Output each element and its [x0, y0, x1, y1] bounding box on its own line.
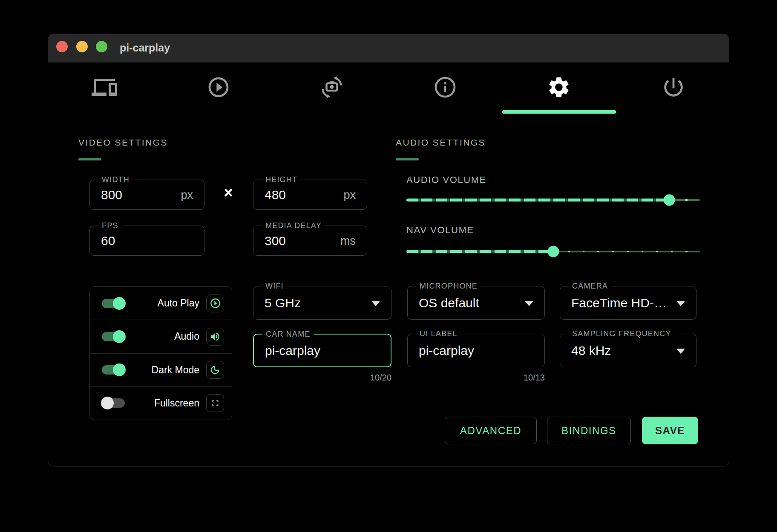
dark-mode-toggle[interactable] [101, 363, 126, 376]
ui-label-input[interactable]: UI LABEL pi-carplay [407, 334, 545, 367]
power-icon [661, 75, 686, 100]
tab-info[interactable] [432, 74, 458, 100]
ui-label-char-counter: 10/13 [524, 373, 545, 383]
audio-toggle[interactable] [101, 330, 126, 343]
app-window: pi-carplay [48, 34, 729, 466]
fullscreen-icon [210, 398, 221, 409]
media-delay-field[interactable]: MEDIA DELAY 300 ms [253, 226, 367, 256]
fps-field[interactable]: FPS 60 [89, 226, 204, 256]
car-name-input-label: CAR NAME [262, 330, 314, 339]
close-window-button[interactable] [56, 41, 68, 52]
audio-settings-header: AUDIO SETTINGS [396, 137, 486, 148]
dark-mode-row: Dark Mode [90, 353, 232, 386]
audio-icon-button[interactable] [206, 328, 224, 346]
tab-settings[interactable] [546, 74, 572, 100]
audio-volume-thumb[interactable] [663, 194, 675, 206]
nav-volume-track-active [406, 250, 553, 253]
chevron-down-icon [525, 301, 533, 306]
audio-volume-label: AUDIO VOLUME [406, 174, 486, 186]
save-button[interactable]: SAVE [642, 417, 698, 444]
screen: pi-carplay [0, 0, 777, 532]
tab-power[interactable] [661, 74, 686, 100]
info-icon [433, 75, 458, 100]
width-field-value: 800 [101, 188, 122, 202]
minimize-window-button[interactable] [76, 41, 88, 52]
dark-mode-icon-button[interactable] [206, 361, 224, 379]
width-field-label: WIDTH [98, 175, 133, 184]
tab-flip-camera[interactable] [319, 74, 345, 100]
height-field-unit: px [343, 188, 356, 201]
auto-play-toggle[interactable] [101, 297, 126, 310]
fullscreen-label: Fullscreen [126, 398, 206, 409]
fullscreen-icon-button[interactable] [206, 394, 224, 412]
camera-select[interactable]: CAMERA FaceTime HD-… [560, 286, 696, 320]
car-name-char-counter: 10/20 [370, 373, 391, 383]
fps-field-label: FPS [98, 221, 122, 230]
audio-row: Audio [90, 320, 232, 353]
ui-label-input-label: UI LABEL [416, 329, 461, 338]
camera-select-value: FaceTime HD-… [571, 296, 667, 310]
width-field-unit: px [181, 188, 193, 201]
auto-play-icon-button[interactable] [206, 295, 224, 312]
tab-devices[interactable] [92, 74, 117, 100]
chevron-down-icon [676, 349, 685, 354]
auto-play-label: Auto Play [126, 297, 206, 309]
nav-volume-thumb[interactable] [547, 246, 559, 257]
play-circle-icon [210, 297, 221, 309]
height-field-value: 480 [265, 188, 286, 202]
sampling-frequency-select[interactable]: SAMPLING FREQUENCY 48 kHz [560, 334, 696, 367]
height-field-label: HEIGHT [262, 175, 301, 184]
wifi-select-label: WIFI [262, 282, 287, 291]
advanced-button[interactable]: ADVANCED [445, 417, 537, 444]
flip-camera-icon [319, 74, 345, 100]
video-settings-header: VIDEO SETTINGS [78, 137, 168, 148]
active-tab-indicator [502, 110, 616, 114]
auto-play-row: Auto Play [90, 287, 232, 320]
media-delay-field-value: 300 [265, 234, 286, 248]
microphone-select-label: MICROPHONE [416, 282, 481, 291]
devices-icon [92, 74, 117, 100]
sampling-frequency-select-value: 48 kHz [571, 343, 611, 358]
audio-volume-track-active [406, 198, 669, 201]
microphone-select-value: OS default [419, 296, 479, 310]
moon-icon [210, 364, 221, 375]
dimension-separator: × [220, 184, 237, 202]
camera-select-label: CAMERA [569, 282, 611, 291]
fullscreen-toggle[interactable] [101, 397, 126, 409]
volume-up-icon [210, 331, 221, 342]
media-delay-field-unit: ms [340, 234, 356, 247]
dark-mode-label: Dark Mode [126, 364, 206, 376]
video-toggles-panel: Auto Play Audio Dark Mode [89, 286, 232, 420]
play-circle-icon [207, 75, 230, 99]
width-field[interactable]: WIDTH 800 px [89, 180, 204, 210]
titlebar: pi-carplay [48, 34, 729, 63]
wifi-select-value: 5 GHz [265, 296, 301, 310]
height-field[interactable]: HEIGHT 480 px [253, 180, 367, 210]
ui-label-input-value: pi-carplay [419, 343, 474, 358]
nav-volume-label: NAV VOLUME [406, 225, 474, 236]
settings-gear-icon [547, 75, 571, 100]
bindings-button[interactable]: BINDINGS [547, 417, 631, 444]
fps-field-value: 60 [101, 234, 115, 248]
media-delay-field-label: MEDIA DELAY [262, 221, 325, 230]
audio-label: Audio [126, 331, 206, 342]
microphone-select[interactable]: MICROPHONE OS default [407, 286, 545, 320]
audio-settings-underline [396, 158, 419, 160]
video-settings-underline [78, 158, 101, 160]
wifi-select[interactable]: WIFI 5 GHz [253, 286, 391, 320]
fullscreen-row: Fullscreen [90, 386, 232, 420]
window-title: pi-carplay [120, 42, 170, 54]
chevron-down-icon [676, 301, 685, 306]
audio-volume-slider[interactable] [406, 194, 700, 206]
maximize-window-button[interactable] [96, 41, 107, 52]
tab-play[interactable] [206, 74, 231, 100]
car-name-input-value: pi-carplay [265, 343, 320, 358]
chevron-down-icon [371, 301, 380, 306]
nav-volume-slider[interactable] [406, 246, 700, 257]
sampling-frequency-select-label: SAMPLING FREQUENCY [569, 329, 675, 338]
car-name-input[interactable]: CAR NAME pi-carplay [253, 334, 391, 367]
